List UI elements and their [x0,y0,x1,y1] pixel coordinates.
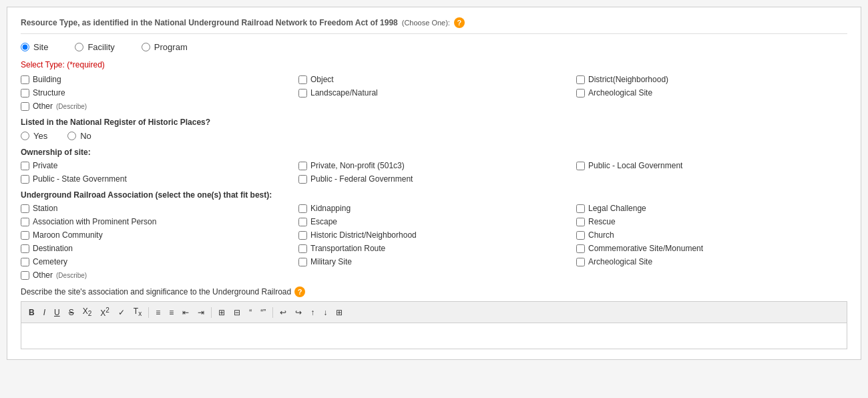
ugrr-archeological[interactable]: Archeological Site [576,257,847,266]
toolbar-underline[interactable]: U [51,306,63,319]
national-register-row: Yes No [21,131,847,141]
toolbar-separator-2 [211,307,212,318]
ugrr-maroon[interactable]: Maroon Community [21,230,292,240]
ugrr-rescue[interactable]: Rescue [576,217,847,226]
toolbar-quote[interactable]: “ [246,306,255,319]
ugrr-grid: Station Kidnapping Legal Challenge Assoc… [21,204,847,280]
header-text: Resource Type, as identified in the Nati… [21,18,398,27]
resource-type-site[interactable]: Site [21,42,48,52]
ownership-grid: Private Private, Non-profit (501c3) Publ… [21,161,847,184]
site-type-object[interactable]: Object [298,75,570,84]
toolbar-image[interactable]: ↑ [307,306,318,319]
ownership-public-federal[interactable]: Public - Federal Government [298,174,570,184]
toolbar-unlink[interactable]: ↪ [292,306,305,319]
site-type-structure[interactable]: Structure [21,88,292,97]
ugrr-church[interactable]: Church [576,230,847,240]
toolbar-indent[interactable]: ⇥ [194,306,208,319]
national-register-no[interactable]: No [67,131,91,141]
toolbar-separator-1 [148,307,149,318]
site-type-landscape[interactable]: Landscape/Natural [298,88,570,97]
toolbar-bold[interactable]: B [25,306,38,319]
ugrr-commemorative[interactable]: Commemorative Site/Monument [576,244,847,253]
toolbar-table2[interactable]: ⊟ [230,306,244,319]
resource-type-facility[interactable]: Facility [75,42,114,52]
help-icon-header[interactable]: ? [454,17,465,28]
ugrr-transportation[interactable]: Transportation Route [298,244,570,253]
toolbar-italic[interactable]: I [40,306,49,319]
site-type-grid: Building Object District(Neighborhood) S… [21,75,847,111]
toolbar-strikethrough[interactable]: S [65,306,77,319]
ownership-public-local[interactable]: Public - Local Government [576,161,847,170]
ugrr-cemetery[interactable]: Cemetery [21,257,292,266]
toolbar-blockquote[interactable]: “” [257,306,269,319]
choose-one-label: (Choose One): [402,19,450,27]
toolbar-superscript[interactable]: X2 [97,305,113,320]
ugrr-legal-challenge[interactable]: Legal Challenge [576,204,847,213]
resource-type-program[interactable]: Program [142,42,188,52]
ugrr-assoc-prominent[interactable]: Association with Prominent Person [21,217,292,226]
toolbar-link[interactable]: ↩ [276,306,290,319]
toolbar-ul[interactable]: ≡ [166,306,177,319]
editor-toolbar: B I U S X2 X2 ✓ Tx ≡ ≡ ⇤ ⇥ ⊞ ⊟ “ “” ↩ ↪ … [21,301,847,323]
site-type-district[interactable]: District(Neighborhood) [576,75,847,84]
ugrr-military-site[interactable]: Military Site [298,257,570,266]
ownership-label: Ownership of site: [21,148,847,157]
resource-type-site-label: Site [33,42,48,52]
ugrr-other[interactable]: Other (Describe) [21,270,292,280]
toolbar-subscript[interactable]: X2 [79,305,95,319]
describe-section-label: Describe the site's association and sign… [21,286,847,297]
toolbar-outdent[interactable]: ⇤ [179,306,192,319]
toolbar-video[interactable]: ↓ [320,306,331,319]
ownership-nonprofit[interactable]: Private, Non-profit (501c3) [298,161,570,170]
site-type-other[interactable]: Other (Describe) [21,102,292,111]
resource-type-program-label: Program [154,42,188,52]
ugrr-kidnapping[interactable]: Kidnapping [298,204,570,213]
national-register-label: Listed in the National Register of Histo… [21,118,847,127]
toolbar-check[interactable]: ✓ [115,306,128,319]
toolbar-source[interactable]: ⊞ [333,306,346,319]
ugrr-historic-district[interactable]: Historic District/Neighborhood [298,230,570,240]
help-icon-describe[interactable]: ? [294,286,305,297]
ownership-public-state[interactable]: Public - State Government [21,174,292,184]
site-type-building[interactable]: Building [21,75,292,84]
ugrr-label: Underground Railroad Association (select… [21,190,847,200]
ownership-private[interactable]: Private [21,161,292,170]
toolbar-ol[interactable]: ≡ [152,306,164,319]
resource-type-row: Site Facility Program [21,42,847,52]
ugrr-destination[interactable]: Destination [21,244,292,253]
national-register-yes[interactable]: Yes [21,131,47,141]
toolbar-table[interactable]: ⊞ [215,306,228,319]
resource-type-facility-label: Facility [87,42,114,52]
toolbar-clear-format[interactable]: Tx [130,305,145,319]
select-type-label: Select Type: (*required) [21,60,847,69]
describe-editor[interactable] [21,323,847,349]
toolbar-separator-3 [272,307,273,318]
site-type-archeological[interactable]: Archeological Site [576,88,847,97]
ugrr-escape[interactable]: Escape [298,217,570,226]
ugrr-station[interactable]: Station [21,204,292,213]
